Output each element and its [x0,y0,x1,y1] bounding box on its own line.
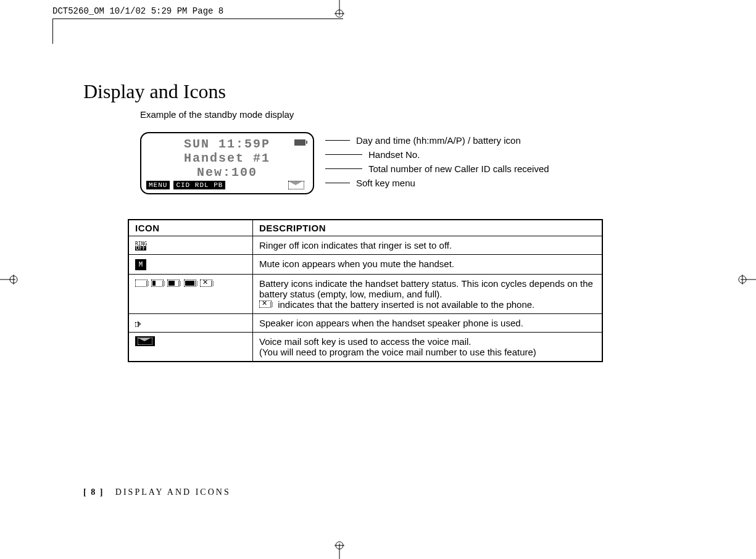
table-row: RINGOFF Ringer off icon indicates that r… [128,236,602,255]
battery-desc: Battery icons indicate the handset batte… [253,275,603,314]
icon-description-table: ICON DESCRIPTION RINGOFF Ringer off icon… [128,219,603,362]
crop-mark-right [737,273,756,286]
speaker-desc: Speaker icon appears when the handset sp… [253,314,603,333]
page-title: Display and Icons [83,80,608,103]
battery-unavailable-icon [259,300,272,308]
mute-icon: M [128,255,253,275]
mute-desc: Mute icon appears when you mute the hand… [253,255,603,275]
callout-datetime: Day and time (hh:mm/A/P) / battery icon [356,135,521,146]
table-row: Speaker icon appears when the handset sp… [128,314,602,333]
table-row: Battery icons indicate the handset batte… [128,275,602,314]
lcd-display: SUN 11:59P Handset #1 New:100 MENU CID R… [140,132,314,194]
lcd-line-datetime: SUN 11:59P [144,137,310,151]
battery-icon [294,139,307,147]
speaker-icon [128,314,253,333]
crop-mark-top [333,0,346,19]
footer-section: DISPLAY AND ICONS [115,487,231,497]
softkey-menu: MENU [146,181,170,189]
callout-group: Day and time (hh:mm/A/P) / battery icon … [325,133,549,190]
table-row: Voice mail soft key is used to access th… [128,333,602,362]
callout-new-calls: Total number of new Caller ID calls rece… [368,164,549,174]
lcd-line-new: New:100 [144,165,310,180]
table-head-icon: ICON [128,220,253,236]
page-number: [ 8 ] [83,487,104,497]
ringer-off-desc: Ringer off icon indicates that ringer is… [253,236,603,255]
callout-softkey: Soft key menu [356,178,415,188]
top-rule [52,19,343,44]
callout-handset: Handset No. [368,149,420,160]
crop-mark-left [0,273,19,286]
subtitle: Example of the standby mode display [140,109,608,120]
voicemail-icon [128,333,253,362]
lcd-line-handset: Handset #1 [144,151,310,165]
print-header: DCT5260_OM 10/1/02 5:29 PM Page 8 [52,6,223,16]
softkey-cid: CID RDL PB [173,181,225,189]
battery-icons [128,275,253,314]
voicemail-desc: Voice mail soft key is used to access th… [253,333,603,362]
ringer-off-icon: RINGOFF [128,236,253,255]
softkey-voicemail-icon [288,181,304,189]
table-row: M Mute icon appears when you mute the ha… [128,255,602,275]
crop-mark-bottom [333,540,346,559]
table-head-desc: DESCRIPTION [253,220,603,236]
footer: [ 8 ] DISPLAY AND ICONS [83,487,231,497]
